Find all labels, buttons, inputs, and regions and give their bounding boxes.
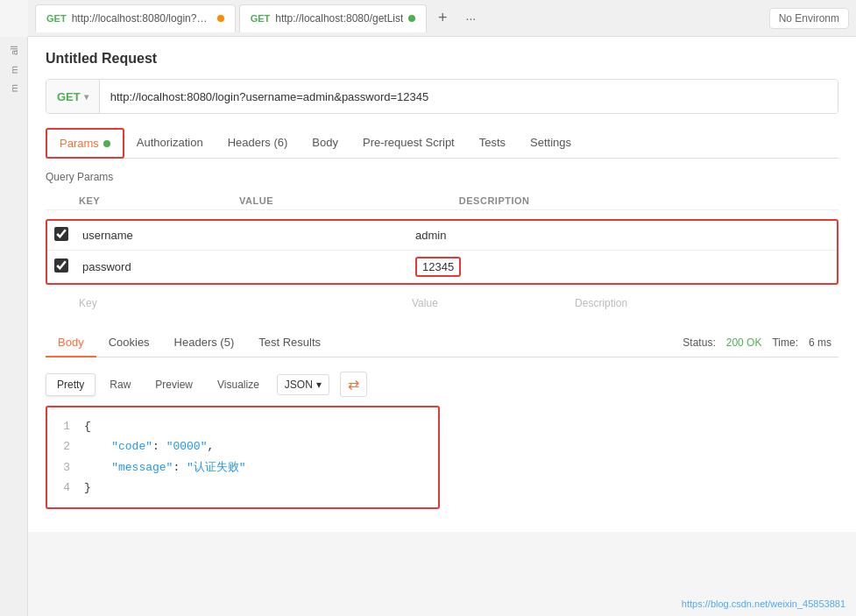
response-tab-tests[interactable]: Test Results: [246, 329, 333, 358]
tab-getlist-url: http://localhost:8080/getList: [275, 12, 403, 25]
response-tab-headers-label: Headers (5): [174, 336, 235, 349]
json-code: { "code": "0000", "message": "认证失败" }: [84, 416, 426, 499]
url-input[interactable]: [100, 80, 838, 113]
response-tab-body[interactable]: Body: [46, 329, 96, 358]
tab-login-method: GET: [46, 13, 67, 24]
response-tab-tests-label: Test Results: [258, 336, 321, 349]
tab-prerequest[interactable]: Pre-request Script: [350, 129, 467, 158]
status-value: 200 OK: [726, 336, 762, 349]
method-label: GET: [57, 90, 81, 103]
format-raw[interactable]: Raw: [99, 374, 141, 395]
format-preview[interactable]: Preview: [145, 374, 203, 395]
sidebar-m2[interactable]: m: [9, 84, 19, 92]
format-type-label: JSON: [285, 379, 313, 391]
empty-row: Key Value Description: [46, 292, 838, 315]
page-wrapper: all m m GET http://localhost:8080/login?…: [0, 0, 856, 616]
tab-tests[interactable]: Tests: [467, 129, 518, 158]
json-key-code: "code": [84, 440, 152, 453]
tab-login-dot: [217, 15, 224, 22]
response-tab-cookies-label: Cookies: [109, 336, 150, 349]
tab-prerequest-label: Pre-request Script: [363, 136, 455, 149]
value-header: VALUE: [232, 192, 452, 210]
tab-more-button[interactable]: ···: [458, 6, 483, 31]
env-badge[interactable]: No Environm: [769, 8, 849, 29]
left-sidebar: all m m: [0, 37, 28, 616]
format-visualize[interactable]: Visualize: [207, 374, 270, 395]
params-table: KEY VALUE DESCRIPTION: [46, 192, 838, 210]
param-key-1: username: [75, 221, 408, 251]
param-value-1: admin: [408, 221, 755, 251]
time-label: Time:: [772, 336, 798, 349]
format-type-select[interactable]: JSON ▾: [277, 374, 329, 395]
response-body: Pretty Raw Preview Visualize JSON ▾ ⇄ 12…: [46, 358, 838, 518]
response-tab-cookies[interactable]: Cookies: [96, 329, 162, 358]
empty-value[interactable]: Value: [405, 292, 568, 315]
param-desc-2: [755, 251, 837, 284]
response-tab-bar: Body Cookies Headers (5) Test Results St…: [46, 329, 838, 358]
param-value-2: 12345: [408, 251, 755, 284]
params-dot: [103, 140, 110, 147]
json-code-box: 1234 { "code": "0000", "message": "认证失败"…: [46, 406, 440, 509]
json-key-message: "message": [84, 461, 173, 474]
checkbox-cell-2: [47, 251, 75, 284]
query-params-label: Query Params: [46, 171, 838, 183]
desc-header: DESCRIPTION: [452, 192, 838, 210]
method-select[interactable]: GET ▾: [46, 80, 100, 113]
params-inner-table: username admin password 12345: [47, 221, 837, 283]
json-close-brace: }: [84, 481, 91, 494]
chevron-down-icon: ▾: [84, 92, 88, 102]
main-content: Untitled Request GET ▾ Params Authorizat…: [28, 37, 856, 532]
tab-authorization[interactable]: Authorization: [124, 129, 216, 158]
json-val-message: "认证失败": [187, 461, 246, 474]
params-outer-box: username admin password 12345: [46, 219, 838, 285]
chevron-format-icon: ▾: [316, 379, 322, 391]
tab-getlist[interactable]: GET http://localhost:8080/getList: [239, 4, 428, 32]
tab-authorization-label: Authorization: [137, 136, 203, 149]
tab-tests-label: Tests: [479, 136, 506, 149]
json-val-code: "0000": [166, 440, 208, 453]
tab-headers-label: Headers (6): [228, 136, 288, 149]
format-bar: Pretty Raw Preview Visualize JSON ▾ ⇄: [46, 366, 838, 406]
table-row: username admin: [47, 221, 837, 251]
tab-add-button[interactable]: +: [430, 6, 455, 31]
tab-login-url: http://localhost:8080/login?use...: [72, 12, 212, 25]
tab-params-label: Params: [60, 137, 99, 150]
sidebar-all[interactable]: all: [9, 46, 19, 55]
tab-body[interactable]: Body: [300, 129, 350, 158]
sidebar-m1[interactable]: m: [9, 66, 19, 74]
wrap-button[interactable]: ⇄: [340, 372, 367, 397]
value-highlighted: 12345: [415, 257, 461, 277]
line-numbers: 1234: [60, 416, 70, 499]
json-open-brace: {: [84, 420, 91, 433]
time-value: 6 ms: [809, 336, 831, 349]
status-area: Status: 200 OK Time: 6 ms: [683, 336, 838, 349]
response-tab-body-label: Body: [58, 336, 84, 349]
response-tab-headers[interactable]: Headers (5): [162, 329, 247, 358]
param-desc-1: [755, 221, 837, 251]
param-checkbox-1[interactable]: [54, 227, 68, 241]
empty-row-table: Key Value Description: [46, 292, 838, 315]
main-area: GET http://localhost:8080/login?use... G…: [28, 0, 856, 532]
format-pretty[interactable]: Pretty: [46, 373, 96, 396]
sub-tab-bar: Params Authorization Headers (6) Body Pr…: [46, 128, 838, 159]
empty-desc[interactable]: Description: [568, 292, 838, 315]
tab-settings[interactable]: Settings: [518, 129, 584, 158]
response-section: Body Cookies Headers (5) Test Results St…: [46, 329, 838, 518]
param-checkbox-2[interactable]: [54, 258, 68, 273]
tab-bar: GET http://localhost:8080/login?use... G…: [28, 0, 856, 37]
request-title: Untitled Request: [46, 51, 838, 67]
watermark: https://blog.csdn.net/weixin_45853881: [682, 598, 845, 609]
tab-getlist-method: GET: [251, 13, 271, 24]
empty-key[interactable]: Key: [72, 292, 405, 315]
tab-settings-label: Settings: [530, 136, 571, 149]
checkbox-cell-1: [47, 221, 75, 251]
tab-params[interactable]: Params: [46, 128, 124, 159]
param-key-2: password: [75, 251, 408, 284]
tab-body-label: Body: [312, 136, 338, 149]
tab-login[interactable]: GET http://localhost:8080/login?use...: [35, 4, 236, 32]
tab-getlist-dot: [408, 15, 415, 22]
tab-headers[interactable]: Headers (6): [216, 129, 301, 158]
key-header: KEY: [72, 192, 232, 210]
table-row: password 12345: [47, 251, 837, 284]
url-bar: GET ▾: [46, 79, 838, 114]
